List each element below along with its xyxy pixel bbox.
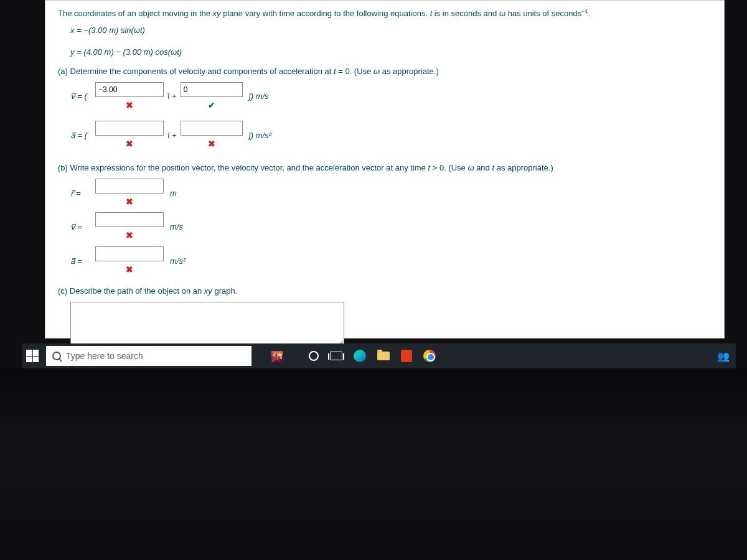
acceleration-row: a⃗ = ( ✖ î + ✖ ĵ) m/s² — [70, 121, 712, 151]
ab-input[interactable] — [95, 246, 164, 261]
wrong-icon: ✖ — [126, 263, 133, 276]
a-label: a⃗ = ( — [70, 129, 92, 142]
wrong-icon: ✖ — [126, 98, 133, 112]
r-input[interactable] — [95, 179, 164, 194]
edge-icon[interactable] — [354, 350, 366, 362]
office-icon[interactable] — [401, 350, 412, 362]
vb-row: v⃗ = ✖ m/s — [70, 212, 712, 242]
ab-label: a⃗ = — [70, 255, 92, 268]
v-j-input[interactable] — [181, 82, 243, 97]
cortana-icon[interactable] — [309, 351, 319, 361]
part-a-prompt: (a) Determine the components of velocity… — [58, 65, 712, 78]
part-c-prompt: (c) Describe the path of the object on a… — [58, 285, 712, 298]
velocity-row: v⃗ = ( ✖ î + ✔ ĵ) m/s — [70, 82, 712, 112]
search-icon — [52, 352, 61, 360]
vb-unit: m/s — [170, 221, 183, 234]
i-hat-plus: î + — [167, 90, 177, 103]
taskbar: Type here to search 🌇 👥 — [22, 343, 736, 368]
weather-widget[interactable]: 🌇 — [259, 347, 295, 365]
problem-intro: The coordinates of an object moving in t… — [58, 7, 712, 21]
v-unit: ĵ) m/s — [249, 90, 269, 103]
check-icon: ✔ — [208, 98, 215, 112]
equation-x: x = −(3.00 m) sin(ωt) — [70, 24, 712, 37]
search-box[interactable]: Type here to search — [46, 346, 251, 366]
ab-row: a⃗ = ✖ m/s² — [70, 246, 712, 276]
search-placeholder: Type here to search — [66, 351, 143, 361]
task-view-icon[interactable] — [330, 352, 342, 360]
desk-surface — [0, 368, 747, 560]
vb-label: v⃗ = — [70, 221, 92, 234]
v-i-input[interactable] — [95, 82, 164, 97]
r-unit: m — [170, 187, 177, 200]
problem-panel: The coordinates of an object moving in t… — [45, 0, 725, 338]
people-icon[interactable]: 👥 — [717, 350, 730, 362]
wrong-icon: ✖ — [126, 228, 133, 242]
part-b-prompt: (b) Write expressions for the position v… — [58, 162, 712, 175]
wrong-icon: ✖ — [126, 195, 133, 208]
a-i-input[interactable] — [95, 121, 164, 136]
a-j-input[interactable] — [181, 121, 243, 136]
file-explorer-icon[interactable] — [377, 352, 390, 360]
i-hat-plus: î + — [167, 129, 177, 142]
start-button[interactable] — [26, 350, 39, 362]
vb-input[interactable] — [95, 212, 164, 227]
ab-unit: m/s² — [170, 255, 186, 268]
wrong-icon: ✖ — [208, 137, 215, 151]
wrong-icon: ✖ — [126, 137, 133, 151]
v-label: v⃗ = ( — [70, 90, 92, 103]
a-unit: ĵ) m/s² — [249, 129, 271, 142]
r-row: r⃗ = ✖ m — [70, 179, 712, 208]
equation-y: y = (4.00 m) − (3.00 m) cos(ωt) — [70, 46, 712, 59]
part-c-textarea[interactable] — [70, 302, 344, 347]
chrome-icon[interactable] — [423, 350, 436, 362]
r-label: r⃗ = — [70, 187, 92, 200]
